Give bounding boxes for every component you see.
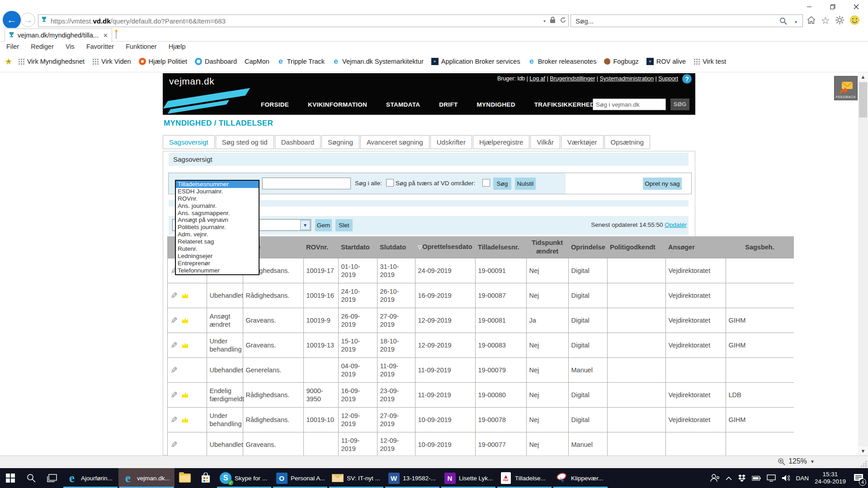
task-view-button[interactable] (42, 468, 62, 488)
case-search-input[interactable] (262, 178, 351, 189)
col-rovnr[interactable]: ROVnr. (303, 236, 338, 258)
col-startdato[interactable]: Startdato (338, 236, 377, 258)
module-tab[interactable]: Udskrifter (430, 135, 472, 149)
menu-item[interactable]: Filer (6, 43, 19, 50)
favorite-link[interactable]: Hjælp Politiet (139, 58, 187, 65)
vertical-scrollbar[interactable]: ▲ ▼ (858, 72, 868, 455)
language-indicator[interactable]: DAN (796, 475, 809, 482)
create-case-button[interactable]: Opret ny sag (643, 178, 682, 190)
dropdown-option[interactable]: Ans. sagsmappenr. (176, 210, 259, 217)
module-tab[interactable]: Dashboard (275, 135, 321, 149)
back-button[interactable]: ← (3, 11, 21, 29)
table-row[interactable]: ✎ Rådighedsans. 10019-17 01-10-2019 31-1… (168, 258, 794, 283)
module-tab[interactable]: Søg sted og tid (216, 135, 274, 149)
tab-close-icon[interactable]: ✕ (103, 32, 108, 39)
dropdown-option[interactable]: Ledningsejer (176, 253, 259, 260)
taskbar-app-skype[interactable]: S Skype for ... (216, 468, 272, 488)
favorite-link[interactable]: Fogbugz (604, 58, 638, 65)
logout-link[interactable]: Log af (529, 75, 545, 82)
col-politigodkendt[interactable]: Politigodkendt (607, 236, 665, 258)
module-tab[interactable]: Avanceret søgning (360, 135, 429, 149)
zoom-dropdown-icon[interactable]: ▼ (810, 459, 815, 464)
favorite-link[interactable]: Vejman.dk Systemarkitektur (332, 58, 424, 65)
table-row[interactable]: ✎ Under behandling Rådighedsans. 10019-1… (168, 408, 794, 432)
nav-item[interactable]: DRIFT (429, 101, 467, 108)
dropdown-option[interactable]: Ansøgt på vejnavn (176, 216, 259, 224)
select-arrow-icon[interactable]: ▼ (300, 220, 310, 230)
nav-item[interactable]: TRAFIKSIKKERHED (525, 101, 604, 108)
help-icon[interactable]: ? (682, 74, 692, 84)
edit-pencil-icon[interactable]: ✎ (170, 441, 178, 449)
refresh-link[interactable]: Opdatér (665, 221, 687, 228)
taskbar-app-ie-ajourfoering[interactable]: e Ajourførin... (62, 468, 118, 488)
site-search-input[interactable]: Søg i vejman.dk (593, 99, 666, 110)
display-icon[interactable] (767, 474, 776, 482)
system-admin-link[interactable]: Systemadministration (600, 75, 654, 82)
dropdown-option[interactable]: Telefonnummer (176, 267, 259, 274)
scroll-up-icon[interactable]: ▲ (858, 72, 868, 81)
settings-gear-icon[interactable] (835, 15, 844, 27)
module-tab[interactable]: Værktøjer (561, 135, 604, 149)
taskbar-app-outlook[interactable]: O Personal A... (272, 468, 328, 488)
tray-chevron-icon[interactable] (726, 476, 732, 480)
user-settings-link[interactable]: Brugerindstillinger (550, 75, 595, 82)
cross-area-checkbox[interactable] (482, 179, 490, 187)
people-icon[interactable] (710, 474, 720, 483)
dropbox-icon[interactable] (738, 474, 746, 482)
new-tab-button[interactable]: ★ (116, 31, 126, 40)
window-minimize-button[interactable] (797, 0, 821, 14)
taskbar-store[interactable] (195, 468, 216, 488)
module-tab[interactable]: Opsætning (604, 135, 650, 149)
module-tab[interactable]: Søgning (321, 135, 359, 149)
action-center-icon[interactable]: 4 (852, 471, 865, 485)
battery-icon[interactable] (752, 476, 761, 481)
edit-pencil-icon[interactable]: ✎ (170, 416, 178, 424)
scroll-down-icon[interactable]: ▼ (858, 446, 868, 455)
nav-item[interactable]: MYNDIGHED (467, 101, 525, 108)
dropdown-option[interactable]: Tilladelsesnummer (176, 181, 259, 188)
table-row[interactable]: ✎ Endelig færdigmeldt Rådighedsans. 9000… (168, 383, 794, 408)
vejman-logo[interactable]: vejman.dk (169, 76, 214, 87)
clock[interactable]: 15:31 24-09-2019 (815, 471, 846, 485)
taskbar-app-pdf[interactable]: ▲PDF Tilladelse... (496, 468, 552, 488)
table-row[interactable]: ✎ Ubehandlet Graveans. 11-09-2019 12-09-… (168, 432, 794, 456)
feedback-button[interactable]: FEEDBACK (834, 76, 858, 100)
menu-item[interactable]: Vis (66, 43, 75, 50)
taskbar-app-ie-vejman[interactable]: e vejman.dk... (118, 468, 175, 488)
col-slutdato[interactable]: Slutdato (377, 236, 415, 258)
home-icon[interactable] (807, 16, 816, 26)
menu-item[interactable]: Rediger (31, 43, 54, 50)
favorite-link[interactable]: Dashboard (195, 58, 237, 65)
edit-pencil-icon[interactable]: ✎ (170, 391, 178, 399)
taskbar-app-snipping[interactable]: ✂ Klippevær... (552, 468, 609, 488)
dropdown-option[interactable]: Entreprenør (176, 260, 259, 267)
col-tilladelsesnr[interactable]: Tilladelsesnr. (475, 236, 526, 258)
refresh-icon[interactable] (560, 17, 566, 25)
browser-search-input[interactable]: Søg... ▾ (571, 14, 803, 27)
taskbar-app-onenote[interactable]: N Lisette Lyk... (440, 468, 496, 488)
search-icon[interactable] (779, 17, 787, 26)
taskbar-file-explorer[interactable] (175, 468, 195, 488)
table-row[interactable]: ✎ Ansøgt ændret Graveans. 10019-9 26-09-… (168, 308, 794, 333)
scrollbar-thumb[interactable] (859, 82, 867, 117)
dropdown-option[interactable]: Rutenr. (176, 245, 259, 253)
favorite-link[interactable]: Virk Viden (92, 58, 131, 65)
favorite-link[interactable]: Tripple Track (277, 58, 325, 65)
dropdown-option[interactable]: Relateret sag (176, 238, 259, 245)
nav-item[interactable]: KVIKINFORMATION (298, 101, 377, 108)
dropdown-option[interactable]: Ans. journalnr. (176, 202, 259, 210)
dropdown-option[interactable]: ROVnr. (176, 195, 259, 202)
col-sagsbeh[interactable]: Sagsbeh. (726, 236, 794, 258)
nav-item[interactable]: FORSIDE (251, 101, 298, 108)
favorite-link[interactable]: Broker releasenotes (528, 58, 597, 65)
module-tab[interactable]: Vilkår (530, 135, 560, 149)
favorite-link[interactable]: ROV alive (646, 58, 686, 65)
menu-item[interactable]: Favoritter (86, 43, 114, 50)
table-row[interactable]: ✎ Ubehandlet Rådighedsans. 10019-16 24-1… (168, 283, 794, 308)
col-oprindelse[interactable]: Oprindelse (568, 236, 607, 258)
address-bar[interactable]: https://vmtest.vd.dk/query/default.do?Pa… (38, 14, 569, 27)
edit-pencil-icon[interactable]: ✎ (170, 292, 178, 300)
window-restore-button[interactable] (821, 0, 844, 14)
favorite-link[interactable]: Virk test (693, 58, 726, 65)
favorite-link[interactable]: CapMon (245, 58, 269, 65)
